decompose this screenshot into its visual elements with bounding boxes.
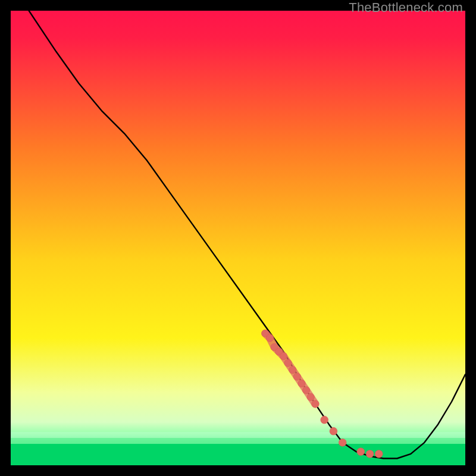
marker-dot <box>321 416 328 424</box>
marker-dot <box>284 359 292 367</box>
marker-dot <box>307 393 314 400</box>
band-green <box>11 444 465 465</box>
marker-dot <box>375 450 383 458</box>
bottleneck-chart <box>11 11 465 465</box>
marker-dot <box>266 334 273 342</box>
marker-dot <box>289 366 296 373</box>
marker-dot <box>366 450 374 458</box>
chart-frame <box>11 11 465 465</box>
marker-dot <box>302 387 309 394</box>
marker-dot <box>330 427 337 435</box>
marker-dot <box>280 352 287 359</box>
marker-dot <box>298 380 305 387</box>
marker-dot <box>357 448 365 456</box>
watermark-text: TheBottleneck.com <box>349 0 463 15</box>
band-light-green <box>11 432 465 438</box>
marker-dot <box>293 373 300 380</box>
gradient-background <box>11 11 465 465</box>
band-mid-green <box>11 438 465 444</box>
marker-dot <box>312 400 319 408</box>
marker-dot <box>339 439 346 446</box>
